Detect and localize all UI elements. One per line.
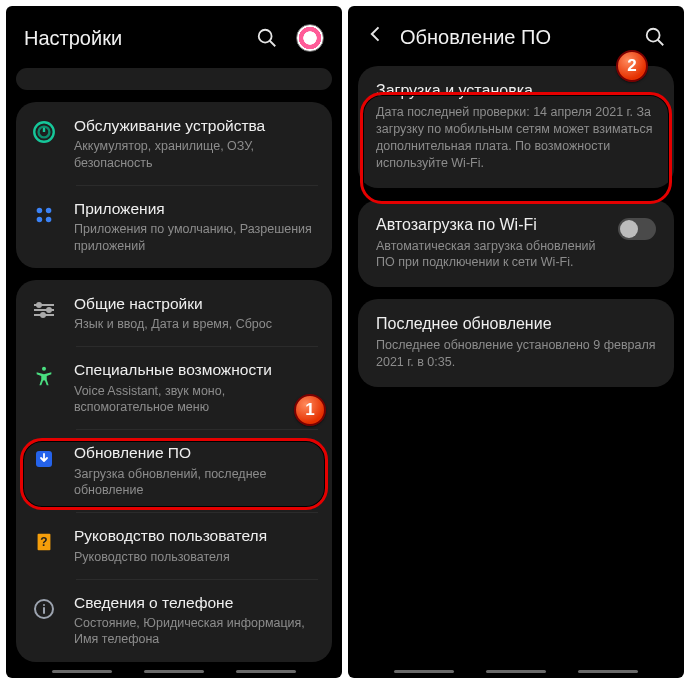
row-title: Общие настройки <box>74 294 316 313</box>
item-sub: Дата последней проверки: 14 апреля 2021 … <box>376 104 656 172</box>
appbar-actions <box>256 24 324 52</box>
search-icon[interactable] <box>644 26 666 48</box>
annotation-badge-2: 2 <box>616 50 648 82</box>
row-text: Приложения Приложения по умолчанию, Разр… <box>74 199 316 254</box>
apps-icon <box>30 201 58 229</box>
row-title: Сведения о телефоне <box>74 593 316 612</box>
svg-point-7 <box>46 217 52 223</box>
row-software-update[interactable]: Обновление ПО Загрузка обновлений, после… <box>16 429 332 512</box>
row-title: Приложения <box>74 199 316 218</box>
svg-point-6 <box>37 217 43 223</box>
settings-screen: Настройки Обслуживание устройства Аккуму… <box>6 6 342 678</box>
settings-group: Обслуживание устройства Аккумулятор, хра… <box>16 102 332 268</box>
item-title: Автозагрузка по Wi-Fi <box>376 216 604 234</box>
info-icon <box>30 595 58 623</box>
row-sub: Язык и ввод, Дата и время, Сброс <box>74 316 316 332</box>
device-care-icon <box>30 118 58 146</box>
account-avatar[interactable] <box>296 24 324 52</box>
annotation-badge-1: 1 <box>294 394 326 426</box>
row-general[interactable]: Общие настройки Язык и ввод, Дата и врем… <box>16 280 332 347</box>
row-sub: Состояние, Юридическая информация, Имя т… <box>74 615 316 648</box>
page-title: Обновление ПО <box>400 26 630 49</box>
item-last-update[interactable]: Последнее обновление Последнее обновлени… <box>358 299 674 387</box>
appbar-actions <box>644 26 666 48</box>
row-text: Обновление ПО Загрузка обновлений, после… <box>74 443 316 498</box>
row-sub: Voice Assistant, звук моно, вспомогатель… <box>74 383 316 416</box>
svg-text:?: ? <box>40 535 47 549</box>
row-sub: Приложения по умолчанию, Разрешения прил… <box>74 221 316 254</box>
row-accessibility[interactable]: Специальные возможности Voice Assistant,… <box>16 346 332 429</box>
software-update-screen: Обновление ПО Загрузка и установка Дата … <box>348 6 684 678</box>
sliders-icon <box>30 296 58 324</box>
nav-bar <box>348 668 684 678</box>
item-sub: Автоматическая загрузка обновлений ПО пр… <box>376 238 604 272</box>
software-update-icon <box>30 445 58 473</box>
item-title: Последнее обновление <box>376 315 656 333</box>
row-text: Обслуживание устройства Аккумулятор, хра… <box>74 116 316 171</box>
row-sub: Аккумулятор, хранилище, ОЗУ, безопасност… <box>74 138 316 171</box>
row-title: Специальные возможности <box>74 360 316 379</box>
row-title: Обновление ПО <box>74 443 316 462</box>
row-text: Специальные возможности Voice Assistant,… <box>74 360 316 415</box>
row-text: Руководство пользователя Руководство пол… <box>74 526 316 565</box>
item-auto-wifi[interactable]: Автозагрузка по Wi-Fi Автоматическая заг… <box>358 200 674 288</box>
row-apps[interactable]: Приложения Приложения по умолчанию, Разр… <box>16 185 332 268</box>
row-user-manual[interactable]: ? Руководство пользователя Руководство п… <box>16 512 332 579</box>
wifi-autoload-toggle[interactable] <box>618 218 656 240</box>
user-manual-icon: ? <box>30 528 58 556</box>
row-device-care[interactable]: Обслуживание устройства Аккумулятор, хра… <box>16 102 332 185</box>
svg-line-16 <box>658 40 664 46</box>
svg-point-4 <box>37 208 43 214</box>
row-title: Обслуживание устройства <box>74 116 316 135</box>
row-text: Сведения о телефоне Состояние, Юридическ… <box>74 593 316 648</box>
settings-list: Обслуживание устройства Аккумулятор, хра… <box>6 68 342 668</box>
collapsed-card[interactable] <box>16 68 332 90</box>
svg-line-1 <box>270 41 276 47</box>
settings-group: Общие настройки Язык и ввод, Дата и врем… <box>16 280 332 662</box>
back-button[interactable] <box>366 24 386 50</box>
item-title: Загрузка и установка <box>376 82 656 100</box>
row-sub: Загрузка обновлений, последнее обновлени… <box>74 466 316 499</box>
update-list: Загрузка и установка Дата последней пров… <box>348 66 684 668</box>
row-sub: Руководство пользователя <box>74 549 316 565</box>
svg-point-0 <box>259 30 272 43</box>
row-title: Руководство пользователя <box>74 526 316 545</box>
appbar: Настройки <box>6 6 342 68</box>
item-sub: Последнее обновление установлено 9 февра… <box>376 337 656 371</box>
item-download-install[interactable]: Загрузка и установка Дата последней пров… <box>358 66 674 188</box>
svg-point-15 <box>647 29 660 42</box>
svg-point-5 <box>46 208 52 214</box>
row-text: Общие настройки Язык и ввод, Дата и врем… <box>74 294 316 333</box>
svg-point-8 <box>42 367 46 371</box>
page-title: Настройки <box>24 27 242 50</box>
search-icon[interactable] <box>256 27 278 49</box>
accessibility-icon <box>30 362 58 390</box>
row-about-phone[interactable]: Сведения о телефоне Состояние, Юридическ… <box>16 579 332 662</box>
nav-bar <box>6 668 342 678</box>
